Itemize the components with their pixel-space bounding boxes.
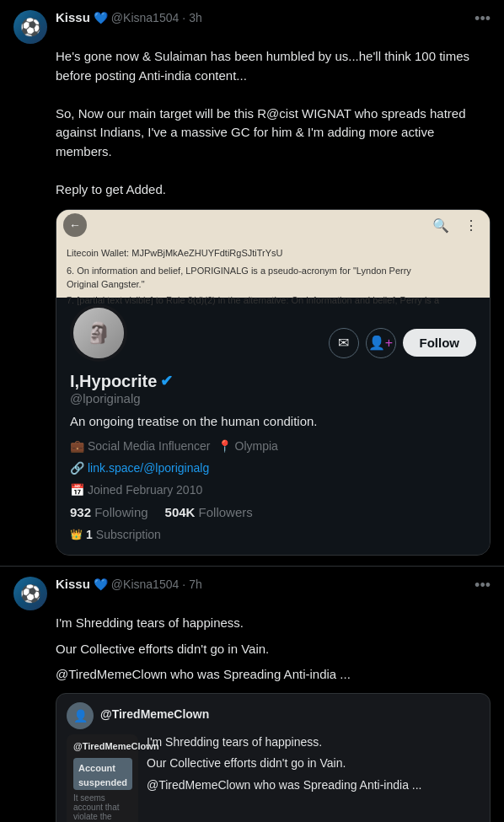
doc-item-6b: Original Gangster." (67, 278, 480, 291)
suspended-label: @TiredMemeClown (73, 741, 131, 751)
profile-avatar: 🗿 (70, 304, 127, 362)
dot-2: · (182, 578, 185, 591)
search-icon[interactable]: 🔍 (429, 213, 453, 237)
pin-icon: 📍 (217, 439, 232, 453)
tweet-text-2-line2: Our Collective efforts didn't go in Vain… (56, 640, 491, 659)
nested-header: 👤 @TiredMemeClown (56, 694, 490, 734)
tweet-1-body: ⚽ Kissu 💙 @Kisna1504 · 3h ••• He's gone … (0, 0, 504, 566)
more-doc-icon[interactable]: ⋮ (459, 213, 483, 237)
followers-count: 504K (165, 505, 196, 519)
joined-text: Joined February 2010 (88, 483, 202, 497)
subscription-info: 👑 1 Subscription (70, 528, 476, 541)
followers-stat[interactable]: 504K Followers (165, 505, 253, 519)
profile-card: ← 🔍 ⋮ Litecoin Wallet: MJPwBjMkAeZHUYFdt… (56, 209, 491, 556)
profile-handle: @lporiginalg (70, 391, 476, 406)
dot: · (182, 11, 185, 24)
message-button[interactable]: ✉ (329, 328, 359, 358)
tweet-text-2-line1: I'm Shredding tears of happiness. (56, 614, 491, 633)
more-icon[interactable]: ••• (475, 10, 491, 28)
suspended-status: Account suspended (78, 763, 127, 787)
user-name[interactable]: Kissu (56, 10, 90, 24)
avatar-2[interactable]: ⚽ (13, 577, 47, 610)
profile-bio: An ongoing treatise on the human conditi… (70, 412, 476, 432)
tweet-text-2-line3: @TiredMemeClown who was Spreading Anti-i… (56, 665, 491, 685)
profile-name: I,Hypocrite ✔ (70, 372, 476, 391)
tweet-2: ⚽ Kissu 💙 @Kisna1504 · 7h ••• I'm Shredd… (0, 567, 504, 822)
nested-user-info: @TiredMemeClown (100, 707, 209, 724)
nested-line1: I'm Shredding tears of happiness. (147, 734, 422, 751)
following-stat[interactable]: 932 Following (70, 505, 148, 519)
nested-body: I'm Shredding tears of happiness. Our Co… (147, 734, 422, 794)
sub-icon: 👑 (70, 529, 83, 540)
nested-line2: Our Collective efforts didn't go in Vain… (147, 755, 422, 772)
tweet-time: 3h (189, 11, 202, 24)
tweet-2-body: ⚽ Kissu 💙 @Kisna1504 · 7h ••• I'm Shredd… (0, 567, 504, 822)
followers-label: Followers (199, 505, 253, 519)
doc-section: ← 🔍 ⋮ Litecoin Wallet: MJPwBjMkAeZHUYFdt… (56, 210, 490, 314)
meta-job: 💼 Social Media Influencer (70, 439, 211, 453)
meta-location: 📍 Olympia (217, 439, 278, 453)
following-label: Following (94, 505, 147, 519)
profile-link[interactable]: link.space/@lporiginalg (88, 461, 209, 475)
profile-name-text: I,Hypocrite (70, 372, 157, 391)
suspended-badge: Account suspended (73, 758, 132, 790)
suspended-sub-text: It seems account that violate the Rules. (73, 793, 131, 822)
link-icon: 🔗 (70, 461, 84, 475)
location-text: Olympia (235, 439, 278, 453)
suspended-account: @TiredMemeClown Account suspended It see… (67, 734, 138, 822)
tweet-1-content: He's gone now & Sulaiman has been humble… (56, 47, 491, 556)
tweet-meta: Kissu 💙 @Kisna1504 · 3h (56, 10, 466, 24)
meta-joined: 📅 Joined February 2010 (70, 483, 202, 497)
profile-meta-joined: 📅 Joined February 2010 (70, 483, 476, 497)
sub-label: Subscription (96, 528, 161, 541)
follow-notify-button[interactable]: 👤+ (366, 328, 396, 358)
nested-line3: @TiredMemeClown who was Spreading Anti-i… (147, 777, 422, 794)
profile-verified-icon: ✔ (160, 372, 173, 390)
profile-stats: 932 Following 504K Followers (70, 505, 476, 519)
follow-button[interactable]: Follow (403, 329, 477, 357)
more-icon-2[interactable]: ••• (475, 577, 491, 594)
nested-tweet-text: I'm Shredding tears of happiness. Our Co… (147, 734, 422, 822)
tweet-1-header: ⚽ Kissu 💙 @Kisna1504 · 3h ••• (13, 10, 491, 44)
person-plus-icon: 👤+ (368, 335, 393, 351)
user-handle[interactable]: @Kisna1504 (111, 11, 179, 24)
tweet-1: ⚽ Kissu 💙 @Kisna1504 · 3h ••• He's gone … (0, 0, 504, 567)
profile-meta-link: 🔗 link.space/@lporiginalg (70, 461, 476, 475)
doc-header-row: ← 🔍 ⋮ (56, 210, 490, 240)
tweet-2-content: I'm Shredding tears of happiness. Our Co… (56, 614, 491, 822)
sub-count: 1 (86, 528, 93, 541)
back-button[interactable]: ← (63, 213, 87, 237)
job-text: Social Media Influencer (88, 439, 211, 453)
profile-meta: 💼 Social Media Influencer 📍 Olympia (70, 439, 476, 453)
tweet-2-header: ⚽ Kissu 💙 @Kisna1504 · 7h ••• (13, 577, 491, 610)
user-handle-2[interactable]: @Kisna1504 (111, 578, 179, 591)
doc-content: Litecoin Wallet: MJPwBjMkAeZHUYFdtiRgSJt… (56, 240, 490, 314)
tweet-2-meta: Kissu 💙 @Kisna1504 · 7h (56, 577, 466, 591)
calendar-icon: 📅 (70, 483, 84, 497)
verified-icon-2: 💙 (94, 578, 108, 591)
doc-item-7: 7. [partial text visible] to Rule 8(d)(2… (67, 294, 480, 307)
doc-item-6: 6. On information and belief, LPORIGINAL… (67, 265, 480, 277)
nested-avatar: 👤 (67, 702, 94, 729)
header-actions: 🔍 ⋮ (429, 213, 483, 237)
nested-content: @TiredMemeClown Account suspended It see… (56, 734, 490, 822)
tweet-time-2: 7h (189, 578, 202, 591)
message-icon: ✉ (338, 335, 349, 351)
nested-account-label: @TiredMemeClown (100, 707, 209, 721)
avatar[interactable]: ⚽ (13, 10, 47, 44)
meta-link: 🔗 link.space/@lporiginalg (70, 461, 209, 475)
suspended-badge-wrapper: Account suspended (73, 755, 131, 790)
verified-icon: 💙 (94, 11, 108, 24)
tweet-text: He's gone now & Sulaiman has been humble… (56, 47, 491, 199)
nested-tweet-card: 👤 @TiredMemeClown @TiredMemeClown Accoun… (56, 693, 491, 822)
briefcase-icon: 💼 (70, 439, 84, 453)
user-name-2[interactable]: Kissu (56, 577, 90, 591)
profile-content: 🗿 ✉ 👤+ Follow I,Hy (56, 298, 490, 556)
avatar-inner: 🗿 (73, 308, 124, 358)
profile-actions: ✉ 👤+ Follow (329, 328, 477, 362)
doc-line-wallet: Litecoin Wallet: MJPwBjMkAeZHUYFdtiRgSJt… (67, 247, 480, 260)
following-count: 932 (70, 505, 91, 519)
nested-inner: @TiredMemeClown Account suspended It see… (67, 734, 480, 822)
